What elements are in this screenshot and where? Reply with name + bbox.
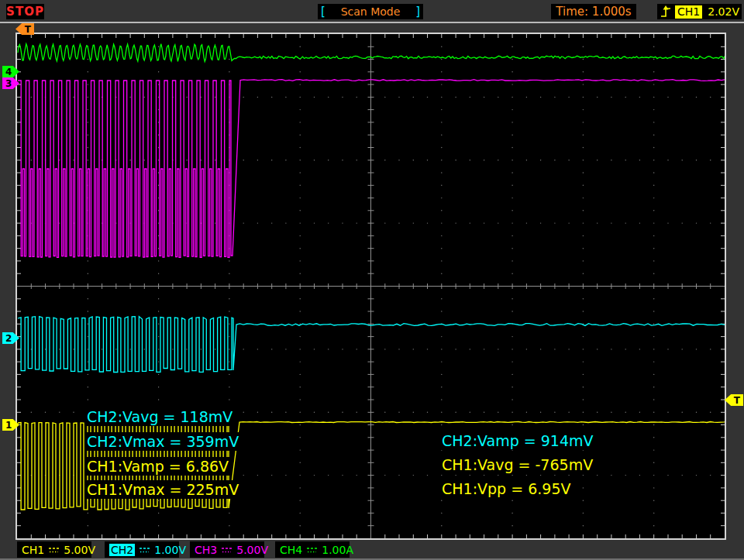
trigger-position-label: T: [25, 24, 31, 35]
channel2-name: CH2: [109, 544, 135, 556]
measurement-ch1-vavg: CH1:Vavg = -765mV: [439, 456, 595, 473]
mode-bracket-left: [: [318, 5, 329, 19]
trigger-level-label: T: [734, 395, 740, 406]
dc-coupling-icon: [48, 546, 60, 554]
channel1-scale-value: 5.00V: [64, 544, 95, 556]
channel2-scale-box[interactable]: CH2 1.00V: [105, 541, 179, 558]
rising-edge-trigger-icon: [660, 5, 671, 19]
top-status-bar: STOP [ Scan Mode ] Time: 1.000s CH1 2.02…: [0, 0, 744, 23]
channel4-scale-box[interactable]: CH4 1.00A: [275, 541, 350, 558]
trigger-source-badge: CH1: [675, 5, 702, 19]
measurement-ch2-vmax: CH2:Vmax = 359mV: [84, 433, 241, 450]
channel4-scale-value: 1.00A: [322, 544, 353, 556]
dc-coupling-icon: [306, 546, 318, 554]
acquisition-mode-indicator: [ Scan Mode ]: [318, 4, 423, 19]
channel4-name: CH4: [280, 544, 302, 556]
run-state-label: STOP: [6, 5, 44, 19]
trigger-status: CH1 2.02V: [657, 4, 742, 19]
channel3-scale-box[interactable]: CH3 5.00V: [190, 541, 264, 558]
dc-coupling-icon: [139, 546, 150, 554]
channel1-marker-label: 1: [5, 420, 12, 431]
timebase-label: Time: 1.000s: [556, 5, 631, 19]
dc-coupling-icon: [221, 546, 232, 554]
trigger-level-marker[interactable]: T: [725, 394, 743, 406]
trigger-level-value: 2.02V: [708, 5, 739, 18]
channel3-name: CH3: [195, 544, 217, 556]
oscilloscope-app: STOP [ Scan Mode ] Time: 1.000s CH1 2.02…: [0, 0, 744, 560]
mode-bracket-right: ]: [412, 5, 423, 19]
timebase-indicator: Time: 1.000s: [551, 4, 636, 19]
acquisition-mode-label: Scan Mode: [341, 5, 401, 18]
measurement-ch2-vamp: CH2:Vamp = 914mV: [439, 432, 596, 449]
channel4-marker-label: 4: [5, 67, 12, 77]
channel3-scale-value: 5.00V: [236, 544, 268, 556]
measurement-ch1-vamp: CH1:Vamp = 6.86V: [84, 458, 231, 475]
channel-status-bar: CH1 5.00V CH2 1.00V CH3 5.00V CH4 1.00A: [0, 540, 744, 560]
channel3-marker-label: 3: [5, 78, 12, 89]
channel1-scale-box[interactable]: CH1 5.00V: [17, 541, 91, 558]
channel1-name: CH1: [22, 544, 44, 556]
measurement-ch1-vpp: CH1:Vpp = 6.95V: [439, 480, 573, 497]
channel2-scale-value: 1.00V: [154, 544, 186, 556]
run-stop-button[interactable]: STOP: [6, 4, 44, 19]
measurement-ch2-vavg: CH2:Vavg = 118mV: [84, 408, 235, 425]
measurement-ch1-vmax: CH1:Vmax = 225mV: [84, 481, 241, 498]
channel2-marker-label: 2: [5, 333, 12, 344]
